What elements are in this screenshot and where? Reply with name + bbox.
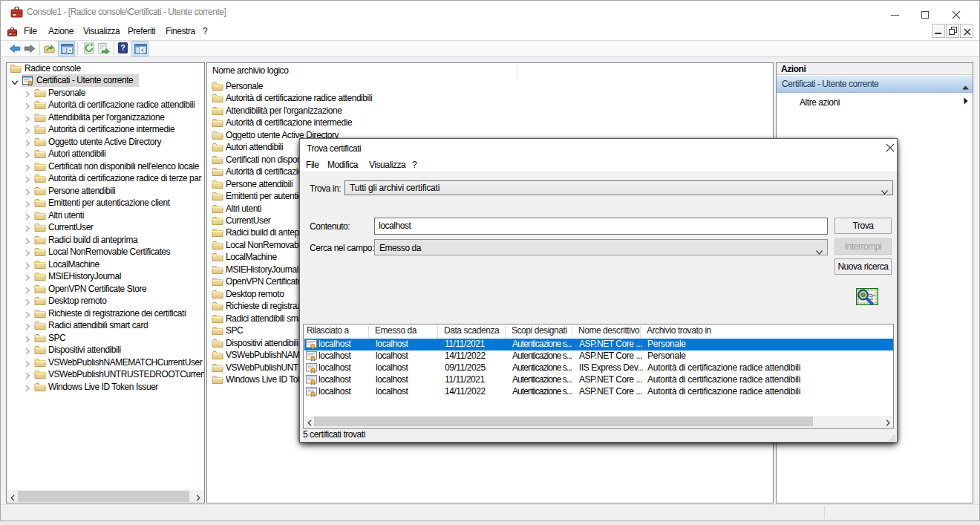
svg-text:?: ? [121, 44, 125, 52]
